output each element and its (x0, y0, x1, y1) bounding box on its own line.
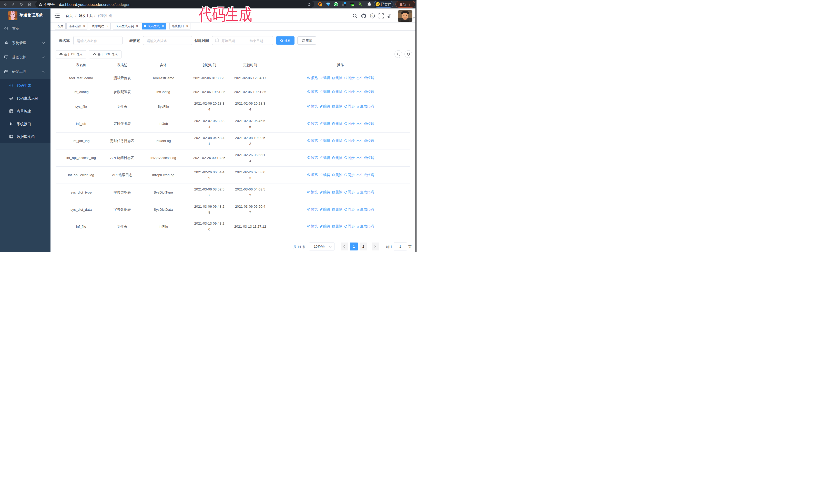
svg-text:?: ? (372, 14, 373, 18)
svg-text:1: 1 (320, 4, 322, 6)
svg-text:on: on (352, 5, 354, 6)
